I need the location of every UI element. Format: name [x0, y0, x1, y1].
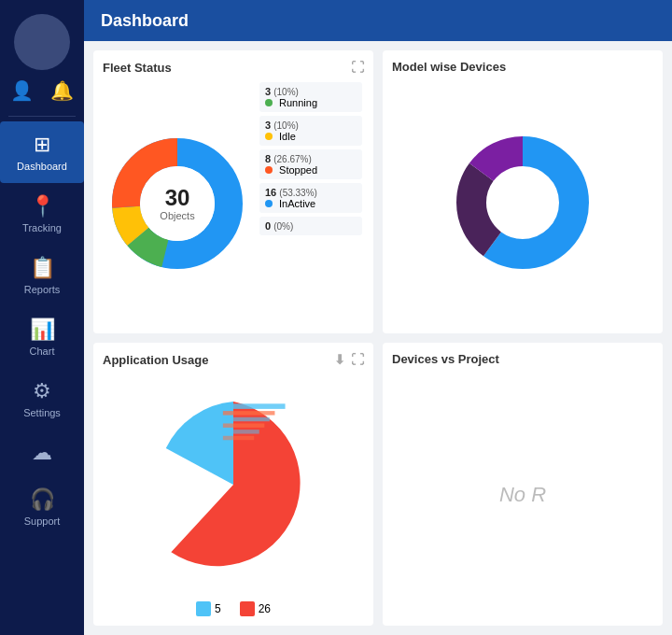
model-donut-container [392, 81, 653, 324]
sidebar-item-settings-label: Settings [23, 407, 61, 418]
svg-rect-10 [223, 411, 275, 415]
fleet-body: 30 Objects 3 (10%) Running 3 (10%) Id [103, 82, 364, 324]
svg-rect-9 [223, 403, 286, 409]
app-card-icons: ⬇ ⛶ [334, 352, 364, 367]
sidebar-item-settings[interactable]: ⚙ Settings [0, 368, 84, 430]
resize-icon[interactable]: ⛶ [351, 60, 364, 75]
legend-stopped: 8 (26.67%) Stopped [259, 149, 362, 179]
sidebar-item-chart-label: Chart [30, 346, 55, 357]
dashboard-grid: Fleet Status ⛶ [84, 41, 672, 635]
page-title: Dashboard [101, 11, 189, 31]
devices-project-title: Devices vs Project [392, 352, 653, 366]
running-dot [265, 99, 273, 106]
model-donut-svg [448, 128, 597, 277]
donut-center-label: 30 Objects [160, 185, 194, 220]
model-devices-title: Model wise Devices [392, 60, 653, 74]
sidebar-item-dashboard[interactable]: ⊞ Dashboard [0, 121, 84, 183]
settings-icon: ⚙ [33, 379, 51, 403]
main-content: Dashboard Fleet Status ⛶ [84, 0, 672, 635]
no-data-label: No R [392, 374, 653, 616]
legend-other: 0 (0%) [259, 217, 362, 235]
fleet-donut-container: 30 Objects [103, 82, 252, 324]
reports-icon: 📋 [30, 256, 55, 280]
app-usage-title: Application Usage ⬇ ⛶ [103, 352, 364, 367]
sidebar-item-reports-label: Reports [24, 284, 61, 295]
fleet-status-title: Fleet Status ⛶ [103, 60, 364, 75]
idle-dot [265, 133, 273, 140]
fleet-donut: 30 Objects [103, 129, 252, 278]
tracking-icon: 📍 [30, 194, 55, 219]
legend-idle: 3 (10%) Idle [259, 116, 362, 146]
user-icon[interactable]: 👤 [10, 79, 34, 102]
legend-running: 3 (10%) Running [259, 82, 362, 112]
sidebar-item-cloud[interactable]: ☁ [0, 430, 84, 476]
legend-inactive: 16 (53.33%) InActive [259, 183, 362, 213]
sidebar-divider [8, 116, 76, 117]
download-icon[interactable]: ⬇ [334, 352, 345, 367]
sidebar-item-tracking[interactable]: 📍 Tracking [0, 183, 84, 245]
inactive-dot [265, 200, 273, 207]
support-icon: 🎧 [30, 487, 55, 512]
app-pie-svg [121, 391, 345, 578]
svg-rect-12 [223, 423, 264, 427]
fleet-card-icons: ⛶ [351, 60, 364, 75]
app-pie-legend: 5 26 [103, 601, 364, 616]
sidebar-item-support[interactable]: 🎧 Support [0, 476, 84, 538]
sidebar-item-reports[interactable]: 📋 Reports [0, 245, 84, 306]
app-usage-card: Application Usage ⬇ ⛶ [93, 343, 373, 626]
sidebar-item-chart[interactable]: 📊 Chart [0, 306, 84, 368]
resize-icon2[interactable]: ⛶ [351, 352, 364, 367]
sidebar-item-dashboard-label: Dashboard [17, 161, 67, 172]
sidebar: 👤 🔔 ⊞ Dashboard 📍 Tracking 📋 Reports 📊 C… [0, 0, 84, 635]
pie-blue-box [196, 601, 211, 616]
dashboard-icon: ⊞ [34, 133, 50, 157]
pie-red-box [240, 601, 255, 616]
sidebar-top-icons: 👤 🔔 [10, 79, 74, 102]
app-pie-container [103, 374, 364, 594]
bell-icon[interactable]: 🔔 [50, 79, 74, 102]
avatar [14, 14, 70, 70]
fleet-legend: 3 (10%) Running 3 (10%) Idle 8 (26.67%) … [259, 82, 364, 324]
svg-rect-14 [223, 435, 254, 439]
svg-point-8 [487, 167, 558, 238]
chart-icon: 📊 [30, 318, 55, 342]
fleet-status-card: Fleet Status ⛶ [93, 50, 373, 333]
pie-legend-blue: 5 [196, 601, 221, 616]
svg-rect-11 [223, 416, 270, 420]
pie-legend-red: 26 [240, 601, 271, 616]
model-devices-card: Model wise Devices [383, 50, 663, 333]
page-header: Dashboard [84, 0, 672, 41]
cloud-icon: ☁ [32, 441, 52, 465]
sidebar-item-tracking-label: Tracking [22, 222, 62, 233]
sidebar-item-support-label: Support [24, 515, 61, 527]
devices-project-card: Devices vs Project No R [383, 343, 663, 626]
svg-rect-13 [223, 430, 259, 433]
stopped-dot [265, 166, 273, 174]
